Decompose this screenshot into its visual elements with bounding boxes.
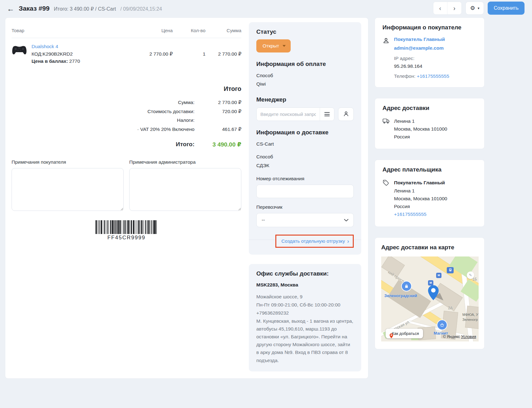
metro-icon: М [436,273,441,278]
phone-label: Телефон: [394,73,416,79]
manager-list-button[interactable] [320,108,334,121]
order-totals: Итого Сумма:2 770.00 ₽ Стоимость доставк… [12,85,241,148]
items-table-header: Товар Цена Кол-во Сумма [12,23,241,38]
grand-total-value: 3 490.00 ₽ [195,141,241,148]
col-price: Цена [132,28,173,33]
assign-manager-button[interactable] [338,107,354,121]
delivery-office-panel: Офис службы доставки: MSK2283, Москва Мо… [249,264,361,371]
page-content: Товар Цена Кол-во Сумма [0,16,532,386]
product-qty: 1 [173,51,205,57]
order-side-column: Статус Открыт Информация об оплате Спосо… [249,22,361,371]
shipping-address-line3: Россия [394,133,447,141]
chevron-down-icon: ▾ [478,6,480,10]
totals-label: Налоги: [12,116,195,125]
order-barcode: FF45CR9999 [12,220,241,241]
shipping-address-heading: Адрес доставки [382,105,477,112]
billing-phone-link[interactable]: +16175555555 [394,211,426,217]
table-row: Dualshock 4 КОД:K290B2KRD2 Цена в баллах… [12,38,241,67]
totals-value: 2 770.00 ₽ [195,98,241,107]
totals-grand-row: Итого:3 490.00 ₽ [12,141,241,148]
totals-heading: Итого [12,85,241,92]
barcode-text: FF45CR9999 [107,235,145,241]
billing-address-line1: Ленина 1 [394,187,447,195]
totals-label: Сумма: [12,98,195,107]
chevron-down-icon [344,217,348,223]
totals-row-vat: · VAT 20% 20% Включено461.67 ₽ [12,125,241,134]
carrier-selected-value: -- [262,217,265,223]
product-sum: 2 770.00 ₽ [205,51,241,57]
admin-notes-textarea[interactable] [129,168,241,211]
map-mfua-label: МФЮА, У [462,313,478,316]
billing-address-line2: Москва, Москва 101000 [394,195,447,202]
manager-search-input[interactable] [257,108,320,121]
save-button[interactable]: Сохранить [488,2,525,15]
payment-method-value: Qiwi [256,80,354,88]
totals-label: Стоимость доставки: [12,107,195,116]
map-building [465,306,479,329]
status-heading: Статус [256,28,354,35]
customer-notes-textarea[interactable] [12,168,124,211]
ip-label: IP адрес: [394,56,415,61]
office-address: Можайское шоссе, 9 [256,293,354,301]
shipping-address-line1: Ленина 1 [394,117,447,125]
order-main-card: Товар Цена Кол-во Сумма [5,17,368,379]
product-points-label: Цена в баллах: [32,58,68,64]
carrier-label: Перевозчик [256,204,354,210]
create-shipment-link[interactable]: Создать отдельную отгрузку [281,238,345,244]
map-bldg-label: 1Б [472,277,477,281]
product-price: 2 770.00 ₽ [132,51,173,57]
chevron-right-icon: › [347,238,349,244]
office-hours: Пн-Пт 09:00-21:00, Сб-Вс 10:00-20:00 [256,301,354,309]
billing-address-heading: Адрес плательщика [382,166,477,173]
next-order-button[interactable]: › [447,2,461,14]
status-value: Открыт [263,43,279,49]
map-terms-link[interactable]: Условия [461,335,476,339]
barcode-bars [96,220,157,234]
metro-icon: М [428,280,433,286]
map-card: Адрес доставки на карте [375,237,485,349]
map-directions-button[interactable]: Как добраться [386,329,423,338]
office-phone: +79636289232 [256,309,354,317]
totals-value: 720.00 ₽ [195,107,241,116]
customer-name-link[interactable]: Покупатель Главный [394,37,445,42]
yandex-attribution: © Яндекс [443,335,460,339]
col-qty: Кол-во [173,28,205,33]
col-sum: Сумма [205,28,241,33]
settings-dropdown-button[interactable]: ⚙ ▾ [466,2,484,15]
office-name: MSK2283, Москва [256,282,354,288]
billing-name: Покупатель Главный [394,179,447,187]
grand-total-label: Итого: [12,141,195,148]
customer-phone-link[interactable]: +16175555555 [417,73,449,79]
payment-info-heading: Информация об оплате [256,61,354,67]
map-mfua-label: Зеленогр [462,318,478,321]
totals-row-subtotal: Сумма:2 770.00 ₽ [12,98,241,107]
shipping-source: CS-Cart [256,140,354,148]
product-image [12,44,27,64]
order-subtitle: Итого: 3 490.00 ₽ / CS-Cart [54,6,116,12]
delivery-map[interactable]: М М ✎ кий просп. Зеленоградский советска… [381,256,479,341]
train-station-icon [447,267,454,273]
map-attribution: © Яндекс Условия [443,335,476,339]
product-name-link[interactable]: Dualshock 4 [32,44,58,49]
carrier-select[interactable]: -- [256,213,354,227]
customer-notes-label: Примечания покупателя [12,159,124,165]
shipping-address-line2: Москва, Москва 101000 [394,125,447,133]
map-bldg-label: 2А [448,306,453,310]
office-details: Можайское шоссе, 9 Пн-Пт 09:00-21:00, Сб… [256,293,354,364]
chevron-down-icon [283,45,286,47]
customer-email-link[interactable]: admin@example.com [394,45,444,51]
order-status-dropdown[interactable]: Открыт [256,39,291,52]
person-icon [382,37,390,79]
shipping-address-card: Адрес доставки Ленина 1 Москва, Москва 1… [375,98,485,149]
tracking-number-input[interactable] [256,185,354,198]
totals-value [195,116,241,125]
order-nav-group: ‹ › [433,2,462,15]
delivery-office-heading: Офис службы доставки: [256,270,354,277]
back-arrow-icon[interactable]: ← [7,5,14,12]
product-code: КОД:K290B2KRD2 [32,51,80,57]
magnit-poi-icon [437,320,447,330]
product-points-value: 2770 [69,58,80,64]
manager-search-group [256,107,334,121]
totals-value: 461.67 ₽ [195,125,241,134]
prev-order-button[interactable]: ‹ [433,2,447,14]
